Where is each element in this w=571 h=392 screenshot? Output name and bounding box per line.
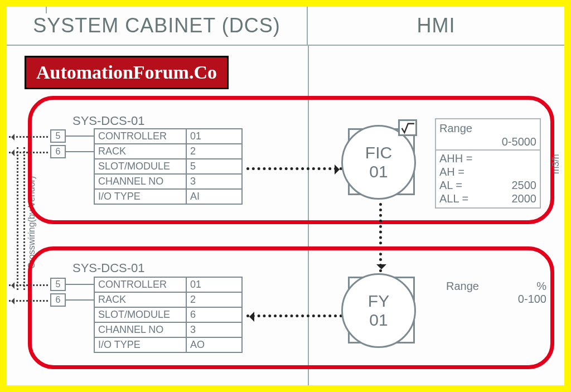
sys-label-1: SYS-DCS-01 [72, 114, 145, 128]
watermark-banner: AutomationForum.Co [25, 56, 229, 89]
alarm-key: AH = [439, 166, 464, 178]
cell-value: 5 [186, 159, 242, 174]
fy-circle: FY 01 [341, 273, 416, 348]
lead-box-2b: 6 [50, 293, 66, 307]
cell-value: 2 [186, 292, 242, 307]
alarm-key: AL = [439, 179, 462, 192]
range-title: Range [439, 122, 472, 135]
cell-value: 3 [186, 174, 242, 189]
header-right: HMI [308, 7, 564, 45]
diagram-frame: SYSTEM CABINET (DCS) HMI AutomationForum… [0, 0, 571, 392]
range-box-2: Range% 0-100 [446, 280, 546, 306]
lead-arrow-2a [9, 284, 48, 286]
lead-line-1b [66, 151, 94, 152]
lead-line-2b [66, 299, 94, 301]
header-left: SYSTEM CABINET (DCS) [7, 7, 308, 45]
lead-box-1b: 6 [50, 145, 66, 158]
cell-value: 2 [186, 144, 242, 159]
alarm-key: ALL = [439, 192, 468, 205]
alarm-val: 2000 [512, 192, 537, 205]
range-span: 0-5000 [502, 135, 536, 148]
cell-label: RACK [94, 292, 186, 307]
instrument-fy: FY 01 [348, 277, 415, 343]
cell-label: SLOT/MODULE [94, 307, 186, 322]
lead-arrow-2b [9, 300, 48, 302]
range-box-1: Range 0-5000 AHH = AH = AL =2500 ALL =20… [435, 118, 541, 209]
range-unit-1: m3/h [551, 154, 561, 174]
sqrt-icon [398, 119, 417, 136]
cell-label: CHANNEL NO [94, 322, 186, 337]
cell-label: SLOT/MODULE [94, 159, 186, 174]
cell-label: I/O TYPE [94, 337, 186, 352]
fic-tag: FIC [365, 143, 392, 163]
sys-label-2: SYS-DCS-01 [72, 261, 145, 275]
cell-value: 01 [186, 277, 242, 292]
lead-box-1a: 5 [50, 129, 66, 143]
lead-box-2a: 5 [50, 278, 66, 291]
fic-num: 01 [369, 162, 388, 182]
lead-arrow-1a [9, 136, 48, 138]
instrument-fic: FIC 01 [348, 128, 415, 195]
io-table-1: CONTROLLER01 RACK2 SLOT/MODULE5 CHANNEL … [94, 128, 243, 205]
range-span-2: 0-100 [518, 293, 546, 306]
lead-arrow-1b [9, 152, 48, 153]
io-table-2: CONTROLLER01 RACK2 SLOT/MODULE6 CHANNEL … [94, 277, 243, 353]
cell-label: CONTROLLER [94, 129, 186, 144]
cell-value: AI [186, 189, 242, 204]
cell-value: 6 [186, 307, 242, 322]
crosswiring-brace-inner [23, 147, 25, 290]
connector-fy-to-table [246, 314, 342, 317]
cell-label: RACK [94, 144, 186, 159]
crosswiring-brace [17, 147, 18, 290]
connector-table-to-fic [246, 167, 342, 170]
cell-label: CHANNEL NO [94, 174, 186, 189]
cell-value: 01 [186, 129, 242, 144]
cell-value: AO [186, 337, 242, 352]
alarm-key: AHH = [439, 152, 472, 165]
lead-line-2a [66, 284, 94, 285]
header-row: SYSTEM CABINET (DCS) HMI [7, 7, 564, 46]
cell-label: I/O TYPE [94, 189, 186, 204]
lead-line-1a [66, 135, 94, 137]
cell-label: CONTROLLER [94, 277, 186, 292]
fy-num: 01 [369, 311, 388, 330]
alarm-val: 2500 [512, 179, 537, 192]
range-title-2: Range [446, 280, 479, 293]
range-unit-2: % [536, 280, 546, 293]
cell-value: 3 [186, 322, 242, 337]
fy-tag: FY [368, 292, 389, 311]
